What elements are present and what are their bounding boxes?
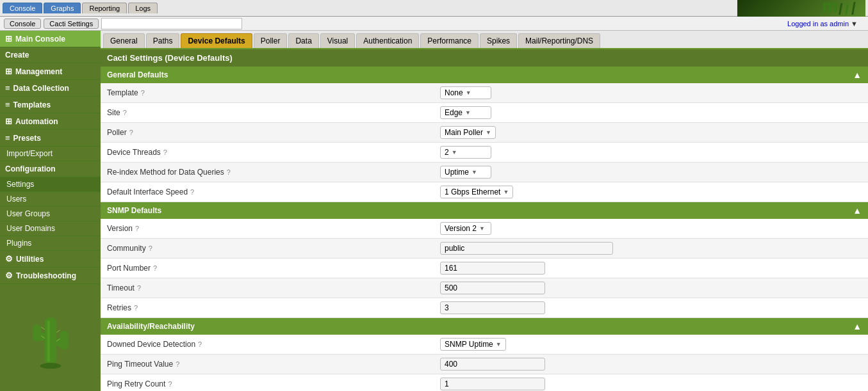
sidebar-item-data-collection[interactable]: ≡ Data Collection [0, 80, 101, 97]
tab-device-defaults[interactable]: Device Defaults [181, 33, 252, 48]
svg-rect-4 [44, 318, 56, 365]
tab-reporting[interactable]: Reporting [82, 3, 127, 13]
automation-icon: ⊞ [5, 116, 12, 126]
sidebar-item-troubleshooting[interactable]: ⚙ Troubleshooting [0, 267, 101, 284]
breadcrumb-settings[interactable]: Cacti Settings [44, 19, 99, 29]
sidebar-item-automation[interactable]: ⊞ Automation [0, 113, 101, 130]
tab-paths[interactable]: Paths [146, 33, 180, 48]
login-info: Logged in as admin ▼ [787, 20, 864, 28]
form-label: Template? [107, 88, 440, 97]
input-port-number[interactable] [440, 262, 545, 275]
breadcrumb-console[interactable]: Console [4, 19, 41, 29]
form-control [440, 262, 545, 275]
form-row: Device Threads?2 ▼ [101, 143, 868, 163]
form-row: Timeout? [101, 278, 868, 298]
input-ping-retry-count[interactable] [440, 378, 545, 390]
form-label: Downed Device Detection? [107, 340, 440, 349]
tab-performance[interactable]: Performance [420, 33, 479, 48]
sidebar-item-utilities[interactable]: ⚙ Utilities [0, 251, 101, 267]
input-retries[interactable] [440, 301, 545, 314]
sidebar-item-users[interactable]: Users [0, 192, 101, 207]
svg-text:m: m [822, 1, 838, 16]
section-title: SNMP Defaults [107, 206, 161, 215]
sidebar-item-user-groups[interactable]: User Groups [0, 207, 101, 221]
tab-logs[interactable]: Logs [128, 3, 158, 13]
help-icon[interactable]: ? [141, 89, 145, 97]
sidebar-item-import-export[interactable]: Import/Export [0, 147, 101, 161]
section-header-0: General Defaults▲ [101, 67, 868, 83]
sidebar-item-plugins[interactable]: Plugins [0, 236, 101, 251]
utilities-icon: ⚙ [5, 254, 13, 264]
sidebar-item-settings[interactable]: Settings [0, 177, 101, 192]
form-label: Retries? [107, 303, 440, 312]
help-icon[interactable]: ? [129, 129, 133, 136]
tab-console[interactable]: Console [3, 3, 42, 13]
sidebar-item-main-console[interactable]: ⊞ Main Console [0, 31, 101, 47]
form-row: Ping Retry Count? [101, 374, 868, 391]
presets-icon: ≡ [5, 133, 10, 143]
sidebar-item-management[interactable]: ⊞ Management [0, 63, 101, 80]
dropdown-version[interactable]: Version 2 ▼ [440, 222, 491, 235]
templates-icon: ≡ [5, 100, 10, 109]
sidebar-item-user-domains[interactable]: User Domains [0, 221, 101, 236]
help-icon[interactable]: ? [227, 168, 231, 176]
form-control: 2 ▼ [440, 146, 491, 159]
sidebar-item-create[interactable]: Create [0, 47, 101, 63]
help-icon[interactable]: ? [176, 360, 179, 368]
help-icon[interactable]: ? [123, 109, 127, 116]
sidebar-item-configuration[interactable]: Configuration [0, 161, 101, 177]
main-content: GeneralPathsDevice DefaultsPollerDataVis… [101, 31, 868, 391]
tab-graphs[interactable]: Graphs [44, 3, 81, 13]
tab-visual[interactable]: Visual [320, 33, 355, 48]
section-header-1: SNMP Defaults▲ [101, 202, 868, 219]
dropdown-site[interactable]: Edge ▼ [440, 106, 491, 119]
svg-point-10 [40, 363, 61, 369]
input-timeout[interactable] [440, 282, 545, 294]
cactus-logo-area [0, 284, 101, 374]
management-icon: ⊞ [5, 67, 12, 76]
troubleshooting-icon: ⚙ [5, 271, 13, 280]
help-icon[interactable]: ? [168, 380, 172, 388]
dropdown-default-interface-speed[interactable]: 1 Gbps Ethernet ▼ [440, 186, 513, 198]
help-icon[interactable]: ? [149, 244, 152, 252]
form-label: Poller? [107, 128, 440, 137]
sidebar: ⊞ Main Console Create ⊞ Management ≡ Dat… [0, 31, 101, 391]
collapse-button-0[interactable]: ▲ [853, 70, 862, 80]
tab-data[interactable]: Data [288, 33, 318, 48]
form-row: Community? [101, 239, 868, 259]
sidebar-item-presets[interactable]: ≡ Presets [0, 130, 101, 147]
dropdown-template[interactable]: None ▼ [440, 86, 491, 99]
svg-line-11 [41, 327, 45, 330]
help-icon[interactable]: ? [190, 188, 194, 196]
tab-poller[interactable]: Poller [254, 33, 288, 48]
form-control [440, 301, 545, 314]
collapse-button-2[interactable]: ▲ [853, 321, 862, 331]
tab-bar: GeneralPathsDevice DefaultsPollerDataVis… [101, 31, 868, 49]
dropdown-device-threads[interactable]: 2 ▼ [440, 146, 491, 159]
help-icon[interactable]: ? [134, 304, 138, 312]
form-control [440, 358, 545, 371]
dropdown-poller[interactable]: Main Poller ▼ [440, 126, 496, 139]
help-icon[interactable]: ? [137, 284, 141, 292]
help-icon[interactable]: ? [198, 340, 202, 348]
collapse-button-1[interactable]: ▲ [853, 205, 862, 216]
section-title: Availability/Reachability [107, 322, 195, 331]
help-icon[interactable]: ? [153, 264, 157, 272]
input-community[interactable] [440, 242, 613, 255]
tab-mail/reporting/dns[interactable]: Mail/Reporting/DNS [518, 33, 600, 48]
form-control: Main Poller ▼ [440, 126, 496, 139]
dropdown-downed-device-detection[interactable]: SNMP Uptime ▼ [440, 338, 506, 351]
dropdown-re-index-method-for-data-queries[interactable]: Uptime ▼ [440, 166, 491, 179]
sidebar-item-templates[interactable]: ≡ Templates [0, 97, 101, 113]
help-icon[interactable]: ? [163, 148, 167, 156]
form-label: Ping Timeout Value? [107, 360, 440, 369]
search-input[interactable] [101, 18, 242, 29]
input-ping-timeout-value[interactable] [440, 358, 545, 371]
tab-general[interactable]: General [103, 33, 145, 48]
tab-spikes[interactable]: Spikes [480, 33, 517, 48]
tab-authentication[interactable]: Authentication [356, 33, 419, 48]
help-icon[interactable]: ? [135, 225, 139, 232]
form-label: Device Threads? [107, 148, 440, 157]
form-row: Site?Edge ▼ [101, 103, 868, 123]
svg-rect-8 [60, 331, 68, 349]
